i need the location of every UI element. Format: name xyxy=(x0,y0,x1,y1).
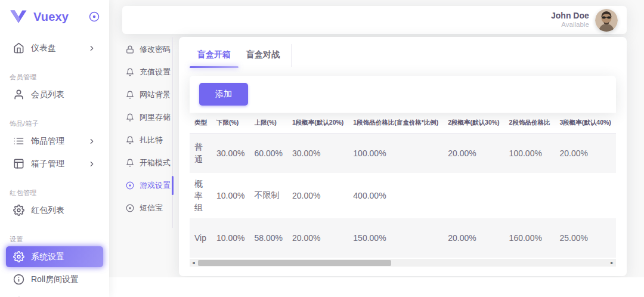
tab-盲盒开箱[interactable]: 盲盒开箱 xyxy=(190,42,239,68)
column-header: 2段概率(默认30%) xyxy=(443,113,504,134)
top-navbar: John Doe Available xyxy=(122,6,627,34)
sidebar-item-饰品管理[interactable]: 饰品管理 xyxy=(6,131,103,151)
table-scroll-container[interactable]: 类型下限(%)上限(%)1段概率(默认20%)1段饰品价格比(盲盒价格*比例)2… xyxy=(190,113,616,258)
footer xyxy=(109,277,644,297)
settings-menu-label: 修改密码 xyxy=(140,44,171,55)
user-avatar[interactable] xyxy=(595,9,618,32)
settings-menu-label: 扎比特 xyxy=(140,135,163,146)
sidebar-item-Roll房间设置[interactable]: Roll房间设置 xyxy=(6,269,103,290)
content-card: 盲盒开箱盲盒对战 添加 类型下限(%)上限(%)1段概率(默认20%)1段饰品价… xyxy=(179,37,627,276)
table-cell: 30.00% xyxy=(212,134,249,173)
settings-menu-item-修改密码[interactable]: 修改密码 xyxy=(126,38,172,61)
table-cell: 20.00% xyxy=(287,173,348,219)
sidebar-collapse-toggle-icon[interactable] xyxy=(89,11,100,22)
settings-menu-label: 短信宝 xyxy=(140,203,163,214)
settings-menu-item-阿里存储[interactable]: 阿里存储 xyxy=(126,106,172,129)
sidebar-item-label: 箱子管理 xyxy=(31,159,64,169)
table-cell: Vip xyxy=(190,218,212,258)
scroll-left-arrow-icon[interactable]: ◄ xyxy=(190,259,197,267)
user-menu[interactable]: John Doe Available xyxy=(551,9,618,32)
table-cell: 10.00% xyxy=(212,218,249,258)
horizontal-scrollbar[interactable]: ◄ ► xyxy=(190,259,616,267)
sidebar-nav: 仪表盘会员管理会员列表饰品/箱子饰品管理箱子管理红包管理红包列表设置系统设置Ro… xyxy=(0,33,109,297)
table-cell: 普通 xyxy=(190,134,212,173)
settings-menu-label: 充值设置 xyxy=(140,67,171,78)
brand-header: Vuexy xyxy=(0,0,109,33)
settings-icon xyxy=(13,205,24,216)
sidebar-item-系统设置[interactable]: 系统设置 xyxy=(6,246,103,267)
settings-submenu: 修改密码充值设置网站背景阿里存储扎比特开箱模式游戏设置短信宝 xyxy=(109,37,173,228)
sidebar-item-label: 仪表盘 xyxy=(31,43,56,54)
settings-menu-label: 开箱模式 xyxy=(140,157,171,168)
list-icon xyxy=(13,135,24,147)
brand-name[interactable]: Vuexy xyxy=(33,10,89,24)
table-cell: 25.00% xyxy=(555,218,615,258)
table-cell: 160.00% xyxy=(504,218,555,258)
sidebar-item-红包列表[interactable]: 红包列表 xyxy=(6,200,103,221)
column-header: 下限(%) xyxy=(212,113,249,134)
column-header: 1段概率(默认20%) xyxy=(287,113,348,134)
sidebar-item-会员列表[interactable]: 会员列表 xyxy=(6,84,103,105)
settings-menu-label: 阿里存储 xyxy=(140,112,171,123)
column-header: 3段概率(默认40%) xyxy=(555,113,615,134)
sidebar-item-label: 会员列表 xyxy=(31,89,64,100)
sidebar-item-label: 系统设置 xyxy=(31,252,64,262)
table-cell: 400.00% xyxy=(348,173,443,219)
tab-盲盒对战[interactable]: 盲盒对战 xyxy=(239,42,287,68)
user-status: Available xyxy=(551,21,589,29)
settings-menu-item-游戏设置[interactable]: 游戏设置 xyxy=(126,174,172,197)
sidebar-item-label: Roll房间设置 xyxy=(31,274,79,285)
table-cell: 20.00% xyxy=(555,134,615,173)
table-toolbar: 添加 xyxy=(190,76,616,113)
settings-menu-item-网站背景[interactable]: 网站背景 xyxy=(126,83,172,106)
table-row[interactable]: 普通30.00%60.00%30.00%100.00%20.00%100.00%… xyxy=(190,134,616,173)
sidebar-item-箱子管理[interactable]: 箱子管理 xyxy=(6,153,103,174)
table-cell: 30.00% xyxy=(287,134,348,173)
table-cell: 100.00% xyxy=(504,134,555,173)
table-cell: 100.00% xyxy=(348,134,443,173)
settings-menu-label: 游戏设置 xyxy=(140,180,171,191)
bell-icon xyxy=(126,113,134,122)
table-cell: 60.00% xyxy=(249,134,287,173)
chevron-right-icon xyxy=(88,44,96,52)
home-icon xyxy=(13,42,24,54)
sidebar-section-header: 饰品/箱子 xyxy=(10,119,100,128)
table-row[interactable]: Vip10.00%58.00%20.00%150.00%20.00%160.00… xyxy=(190,218,616,258)
page-body: 修改密码充值设置网站背景阿里存储扎比特开箱模式游戏设置短信宝 盲盒开箱盲盒对战 … xyxy=(109,37,644,276)
table-row[interactable]: 概率组10.00%不限制20.00%400.00% xyxy=(190,173,616,219)
lock-icon xyxy=(126,45,134,54)
add-button[interactable]: 添加 xyxy=(199,83,248,106)
settings-menu-item-充值设置[interactable]: 充值设置 xyxy=(126,61,172,83)
table-cell: 20.00% xyxy=(287,218,348,258)
settings-menu-item-短信宝[interactable]: 短信宝 xyxy=(126,197,172,219)
bell-icon xyxy=(126,68,134,76)
rates-table: 类型下限(%)上限(%)1段概率(默认20%)1段饰品价格比(盲盒价格*比例)2… xyxy=(190,113,616,258)
column-header: 上限(%) xyxy=(249,113,287,134)
sidebar-item-仪表盘[interactable]: 仪表盘 xyxy=(6,38,103,58)
disc-icon xyxy=(126,181,134,190)
sidebar-section-header: 设置 xyxy=(10,235,100,244)
chevron-right-icon xyxy=(88,137,96,146)
layout-icon xyxy=(13,158,24,169)
table-cell: 58.00% xyxy=(249,218,287,258)
vuexy-logo-icon xyxy=(10,10,27,24)
sidebar-item-label: 红包列表 xyxy=(31,205,64,216)
table-cell: 20.00% xyxy=(443,218,504,258)
table-cell xyxy=(555,173,615,219)
settings-menu-item-扎比特[interactable]: 扎比特 xyxy=(126,129,172,151)
table-cell: 概率组 xyxy=(190,173,212,219)
settings-menu-item-开箱模式[interactable]: 开箱模式 xyxy=(126,151,172,174)
sidebar-item-label: 饰品管理 xyxy=(31,136,64,147)
chevron-right-icon xyxy=(88,160,96,168)
content-area: John Doe Available xyxy=(109,0,644,297)
sidebar-item-支付商号设置[interactable]: 支付商号设置 xyxy=(6,292,103,297)
column-header: 1段饰品价格比(盲盒价格*比例) xyxy=(348,113,443,134)
table-cell: 10.00% xyxy=(212,173,249,219)
scroll-right-arrow-icon[interactable]: ► xyxy=(608,259,616,267)
column-header: 类型 xyxy=(190,113,212,134)
scrollbar-thumb[interactable] xyxy=(198,260,391,266)
scrollbar-track[interactable] xyxy=(197,259,608,267)
main-sidebar: Vuexy 仪表盘会员管理会员列表饰品/箱子饰品管理箱子管理红包管理红包列表设置… xyxy=(0,0,109,297)
bell-icon xyxy=(126,136,134,144)
tab-bar: 盲盒开箱盲盒对战 xyxy=(179,37,627,68)
